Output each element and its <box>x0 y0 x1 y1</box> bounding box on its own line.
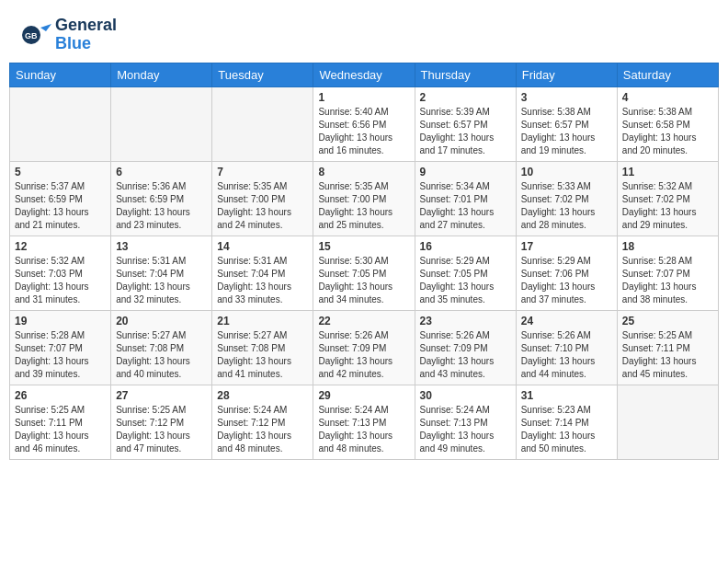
calendar-cell: 15Sunrise: 5:30 AMSunset: 7:05 PMDayligh… <box>313 236 415 310</box>
calendar-week-row: 12Sunrise: 5:32 AMSunset: 7:03 PMDayligh… <box>10 236 719 310</box>
calendar-cell: 4Sunrise: 5:38 AMSunset: 6:58 PMDaylight… <box>617 86 718 161</box>
calendar-cell <box>212 86 313 161</box>
day-info: Sunrise: 5:40 AMSunset: 6:56 PMDaylight:… <box>318 106 409 157</box>
day-info: Sunrise: 5:34 AMSunset: 7:01 PMDaylight:… <box>420 180 511 232</box>
day-number: 20 <box>116 315 207 327</box>
day-number: 27 <box>116 389 207 402</box>
day-info: Sunrise: 5:37 AMSunset: 6:59 PMDaylight:… <box>15 180 106 232</box>
day-number: 8 <box>318 166 409 178</box>
day-number: 19 <box>15 315 106 327</box>
svg-marker-2 <box>40 24 51 31</box>
calendar-cell: 28Sunrise: 5:24 AMSunset: 7:12 PMDayligh… <box>212 385 313 459</box>
day-info: Sunrise: 5:38 AMSunset: 6:57 PMDaylight:… <box>521 106 612 157</box>
day-info: Sunrise: 5:31 AMSunset: 7:04 PMDaylight:… <box>217 255 308 306</box>
logo-text-general: General <box>55 17 117 35</box>
day-number: 22 <box>318 315 409 327</box>
calendar-cell: 2Sunrise: 5:39 AMSunset: 6:57 PMDaylight… <box>415 86 516 161</box>
svg-text:GB: GB <box>25 31 38 40</box>
day-info: Sunrise: 5:25 AMSunset: 7:12 PMDaylight:… <box>116 404 207 455</box>
calendar-cell: 23Sunrise: 5:26 AMSunset: 7:09 PMDayligh… <box>415 310 516 385</box>
calendar-cell: 20Sunrise: 5:27 AMSunset: 7:08 PMDayligh… <box>111 310 212 385</box>
day-info: Sunrise: 5:26 AMSunset: 7:09 PMDaylight:… <box>420 329 511 381</box>
day-info: Sunrise: 5:30 AMSunset: 7:05 PMDaylight:… <box>318 255 409 306</box>
day-info: Sunrise: 5:27 AMSunset: 7:08 PMDaylight:… <box>116 329 207 381</box>
day-info: Sunrise: 5:25 AMSunset: 7:11 PMDaylight:… <box>622 329 713 381</box>
day-info: Sunrise: 5:28 AMSunset: 7:07 PMDaylight:… <box>622 255 713 306</box>
day-info: Sunrise: 5:24 AMSunset: 7:13 PMDaylight:… <box>420 404 511 455</box>
calendar-cell: 24Sunrise: 5:26 AMSunset: 7:10 PMDayligh… <box>516 310 617 385</box>
day-info: Sunrise: 5:23 AMSunset: 7:14 PMDaylight:… <box>521 404 612 455</box>
calendar-week-row: 26Sunrise: 5:25 AMSunset: 7:11 PMDayligh… <box>10 385 719 459</box>
calendar-cell: 25Sunrise: 5:25 AMSunset: 7:11 PMDayligh… <box>617 310 718 385</box>
day-number: 5 <box>15 166 106 178</box>
day-info: Sunrise: 5:26 AMSunset: 7:09 PMDaylight:… <box>318 329 409 381</box>
calendar-cell: 10Sunrise: 5:33 AMSunset: 7:02 PMDayligh… <box>516 161 617 236</box>
calendar-cell: 16Sunrise: 5:29 AMSunset: 7:05 PMDayligh… <box>415 236 516 310</box>
calendar-cell: 26Sunrise: 5:25 AMSunset: 7:11 PMDayligh… <box>10 385 111 459</box>
day-info: Sunrise: 5:32 AMSunset: 7:02 PMDaylight:… <box>622 180 713 232</box>
calendar-header-tuesday: Tuesday <box>212 63 313 86</box>
day-info: Sunrise: 5:38 AMSunset: 6:58 PMDaylight:… <box>622 106 713 157</box>
day-number: 7 <box>217 166 308 178</box>
day-info: Sunrise: 5:29 AMSunset: 7:06 PMDaylight:… <box>521 255 612 306</box>
day-info: Sunrise: 5:26 AMSunset: 7:10 PMDaylight:… <box>521 329 612 381</box>
calendar-cell: 1Sunrise: 5:40 AMSunset: 6:56 PMDaylight… <box>313 86 415 161</box>
day-number: 23 <box>420 315 511 327</box>
calendar-header-thursday: Thursday <box>415 63 516 86</box>
day-info: Sunrise: 5:24 AMSunset: 7:13 PMDaylight:… <box>318 404 409 455</box>
day-number: 21 <box>217 315 308 327</box>
day-number: 9 <box>420 166 511 178</box>
calendar-header-friday: Friday <box>516 63 617 86</box>
calendar-cell: 3Sunrise: 5:38 AMSunset: 6:57 PMDaylight… <box>516 86 617 161</box>
logo-icon: GB <box>18 18 51 52</box>
logo: GB General Blue <box>18 17 117 53</box>
day-number: 26 <box>15 389 106 402</box>
calendar-cell: 11Sunrise: 5:32 AMSunset: 7:02 PMDayligh… <box>617 161 718 236</box>
day-number: 3 <box>521 91 612 104</box>
page-header: GB General Blue <box>9 9 719 59</box>
day-info: Sunrise: 5:33 AMSunset: 7:02 PMDaylight:… <box>521 180 612 232</box>
day-number: 6 <box>116 166 207 178</box>
calendar-cell <box>617 385 718 459</box>
day-number: 31 <box>521 389 612 402</box>
calendar-cell: 22Sunrise: 5:26 AMSunset: 7:09 PMDayligh… <box>313 310 415 385</box>
calendar-cell <box>111 86 212 161</box>
calendar-cell: 6Sunrise: 5:36 AMSunset: 6:59 PMDaylight… <box>111 161 212 236</box>
day-number: 1 <box>318 91 409 104</box>
calendar-cell: 12Sunrise: 5:32 AMSunset: 7:03 PMDayligh… <box>10 236 111 310</box>
calendar-table: SundayMondayTuesdayWednesdayThursdayFrid… <box>9 63 719 460</box>
calendar-cell: 18Sunrise: 5:28 AMSunset: 7:07 PMDayligh… <box>617 236 718 310</box>
calendar-cell: 21Sunrise: 5:27 AMSunset: 7:08 PMDayligh… <box>212 310 313 385</box>
day-number: 16 <box>420 240 511 253</box>
day-number: 15 <box>318 240 409 253</box>
calendar-cell: 27Sunrise: 5:25 AMSunset: 7:12 PMDayligh… <box>111 385 212 459</box>
calendar-cell: 13Sunrise: 5:31 AMSunset: 7:04 PMDayligh… <box>111 236 212 310</box>
day-number: 25 <box>622 315 713 327</box>
day-info: Sunrise: 5:27 AMSunset: 7:08 PMDaylight:… <box>217 329 308 381</box>
day-number: 2 <box>420 91 511 104</box>
calendar-week-row: 5Sunrise: 5:37 AMSunset: 6:59 PMDaylight… <box>10 161 719 236</box>
calendar-cell: 17Sunrise: 5:29 AMSunset: 7:06 PMDayligh… <box>516 236 617 310</box>
day-info: Sunrise: 5:35 AMSunset: 7:00 PMDaylight:… <box>217 180 308 232</box>
calendar-header-row: SundayMondayTuesdayWednesdayThursdayFrid… <box>10 63 719 86</box>
day-number: 4 <box>622 91 713 104</box>
day-info: Sunrise: 5:32 AMSunset: 7:03 PMDaylight:… <box>15 255 106 306</box>
day-info: Sunrise: 5:28 AMSunset: 7:07 PMDaylight:… <box>15 329 106 381</box>
calendar-cell: 14Sunrise: 5:31 AMSunset: 7:04 PMDayligh… <box>212 236 313 310</box>
calendar-cell: 30Sunrise: 5:24 AMSunset: 7:13 PMDayligh… <box>415 385 516 459</box>
calendar-header-monday: Monday <box>111 63 212 86</box>
calendar-week-row: 19Sunrise: 5:28 AMSunset: 7:07 PMDayligh… <box>10 310 719 385</box>
day-number: 29 <box>318 389 409 402</box>
day-number: 30 <box>420 389 511 402</box>
calendar-cell: 5Sunrise: 5:37 AMSunset: 6:59 PMDaylight… <box>10 161 111 236</box>
calendar-header-saturday: Saturday <box>617 63 718 86</box>
calendar-header-wednesday: Wednesday <box>313 63 415 86</box>
day-number: 11 <box>622 166 713 178</box>
day-number: 10 <box>521 166 612 178</box>
day-number: 18 <box>622 240 713 253</box>
calendar-cell <box>10 86 111 161</box>
calendar-cell: 8Sunrise: 5:35 AMSunset: 7:00 PMDaylight… <box>313 161 415 236</box>
day-number: 24 <box>521 315 612 327</box>
day-number: 28 <box>217 389 308 402</box>
calendar-cell: 29Sunrise: 5:24 AMSunset: 7:13 PMDayligh… <box>313 385 415 459</box>
